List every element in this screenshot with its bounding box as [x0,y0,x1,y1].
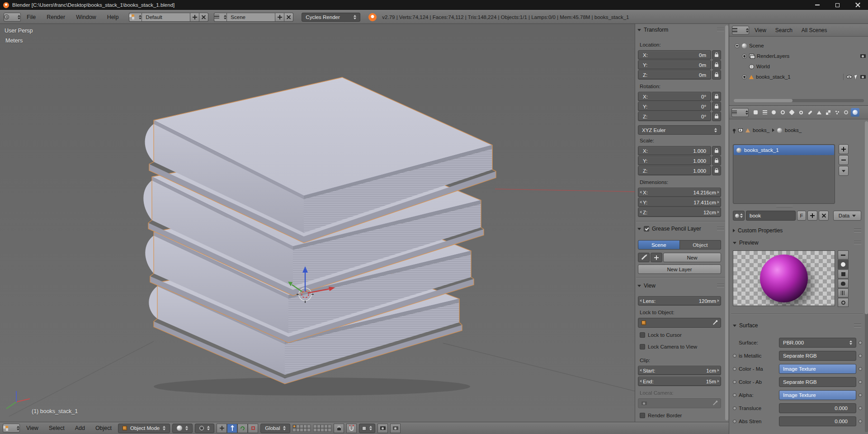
panel-grip-icon[interactable] [854,229,861,233]
render-engine-dropdown[interactable]: Cycles Render [302,13,360,22]
properties-editor-selector[interactable] [731,108,749,117]
browse-scene-button[interactable] [214,13,226,22]
eyedropper-icon[interactable] [713,401,717,405]
rotation-mode-dropdown[interactable]: XYZ Euler [638,125,721,135]
new-layer-button[interactable]: New Layer [638,264,721,274]
lock-to-cursor-checkbox[interactable] [640,332,645,338]
render-layers-tab-icon[interactable] [760,108,769,117]
lock-object-field[interactable] [638,318,721,328]
menu-help[interactable]: Help [102,10,124,24]
layer-toggle[interactable] [296,425,300,428]
menu-add[interactable]: Add [71,425,89,431]
lock-rotation-x-button[interactable] [712,92,721,101]
editor-type-selector[interactable] [4,13,21,22]
transform-orientation-dropdown[interactable]: Global [260,424,290,433]
slot-specials-button[interactable] [839,166,849,176]
rotation-x-field[interactable]: X:0° [638,92,711,101]
layer-toggle[interactable] [324,428,328,432]
layer-toggle[interactable] [313,428,317,432]
layer-toggle[interactable] [307,428,311,432]
viewport-shading-dropdown[interactable] [172,424,193,433]
rotate-manipulator-button[interactable] [237,424,248,433]
outliner-item-renderlayers[interactable]: RenderLayers [742,52,868,61]
scale-manipulator-button[interactable] [248,424,258,433]
add-slot-button[interactable] [839,144,849,154]
new-gp-button[interactable]: New [663,253,721,262]
add-scene-button[interactable] [275,13,284,22]
lock-location-z-button[interactable] [712,70,721,80]
clip-end-field[interactable]: End:15m [638,377,721,386]
close-button[interactable] [848,0,868,10]
dimension-y-field[interactable]: Y:17.411cm [638,198,721,207]
layer-1-toggle[interactable] [292,425,296,428]
layer-toggle[interactable] [317,428,321,432]
new-material-button[interactable] [807,211,817,221]
preview-flat-button[interactable] [838,250,849,259]
lock-scale-y-button[interactable] [712,156,721,165]
surface-panel-header[interactable]: Surface [733,321,861,330]
outliner-item-scene[interactable]: Scene [735,41,868,50]
remove-slot-button[interactable] [839,155,849,165]
lens-field[interactable]: Lens:120mm [638,296,721,306]
renderability-icon[interactable] [860,54,866,58]
expand-expander-icon[interactable] [742,75,747,80]
mode-dropdown[interactable]: Object Mode [118,424,170,433]
translucency-field[interactable]: 0.000 [779,403,856,413]
surface-shader-dropdown[interactable]: PBR.000 [779,338,856,348]
opengl-render-button[interactable] [377,424,388,433]
lock-location-y-button[interactable] [712,60,721,70]
material-slot-selected[interactable]: books_stack_1 [734,145,834,155]
layer-toggle[interactable] [321,428,324,432]
menu-select[interactable]: Select [45,425,69,431]
panel-grip-icon[interactable] [854,324,861,328]
layer-toggle[interactable] [307,425,311,428]
delete-screen-button[interactable] [199,13,208,22]
layer-toggle[interactable] [317,425,321,428]
material-tab-icon[interactable] [851,108,859,117]
draw-button[interactable] [638,253,650,262]
preview-panel-header[interactable]: Preview [733,239,861,247]
layer-toggle[interactable] [300,428,303,432]
snap-toggle-button[interactable] [346,424,357,433]
add-gp-data-button[interactable] [651,253,662,262]
location-z-field[interactable]: Z:0m [638,70,711,80]
layer-toggle[interactable] [296,428,300,432]
unlink-material-button[interactable] [819,211,829,221]
clip-start-field[interactable]: Start:1cm [638,366,721,375]
menu-window[interactable]: Window [71,10,101,24]
lock-scale-x-button[interactable] [712,146,721,156]
preview-sphere-button[interactable] [838,260,849,269]
menu-file[interactable]: File [22,10,41,24]
viewport-canvas[interactable] [0,24,729,422]
scale-x-field[interactable]: X:1.000 [638,146,711,156]
world-tab-icon[interactable] [778,108,787,117]
outliner-horizontal-scrollbar[interactable] [734,99,864,102]
menu-render[interactable]: Render [42,10,70,24]
panel-grip-icon[interactable] [717,28,724,32]
fake-user-button[interactable]: F [797,211,806,221]
properties-scrollbar[interactable] [865,121,868,432]
screen-layout-field[interactable]: Default [142,13,190,22]
material-name-field[interactable]: book [746,211,796,221]
material-slot-list[interactable]: books_stack_1 [733,144,835,204]
constraints-tab-icon[interactable] [797,108,805,117]
lock-rotation-y-button[interactable] [712,102,721,111]
panel-grip-icon[interactable] [854,241,861,245]
browse-material-button[interactable] [733,211,745,221]
menu-view[interactable]: View [22,425,42,431]
pivot-point-dropdown[interactable] [195,424,214,433]
breadcrumb-material[interactable]: books_ [785,127,802,133]
outliner-editor-selector[interactable] [732,26,749,35]
is-metallic-dropdown[interactable]: Separate RGB [779,351,856,361]
expand-expander-icon[interactable] [742,54,747,59]
location-x-field[interactable]: X:0m [638,50,711,60]
maximize-button[interactable] [827,0,848,10]
delete-scene-button[interactable] [284,13,293,22]
viewport-editor-selector[interactable] [3,424,20,433]
preview-cube-button[interactable] [838,269,849,278]
scene-tab-icon[interactable] [769,108,778,117]
rotation-z-field[interactable]: Z:0° [638,112,711,121]
manipulator-toggle-button[interactable] [217,424,227,433]
panel-grip-icon[interactable] [717,284,724,288]
layer-toggle[interactable] [313,425,317,428]
